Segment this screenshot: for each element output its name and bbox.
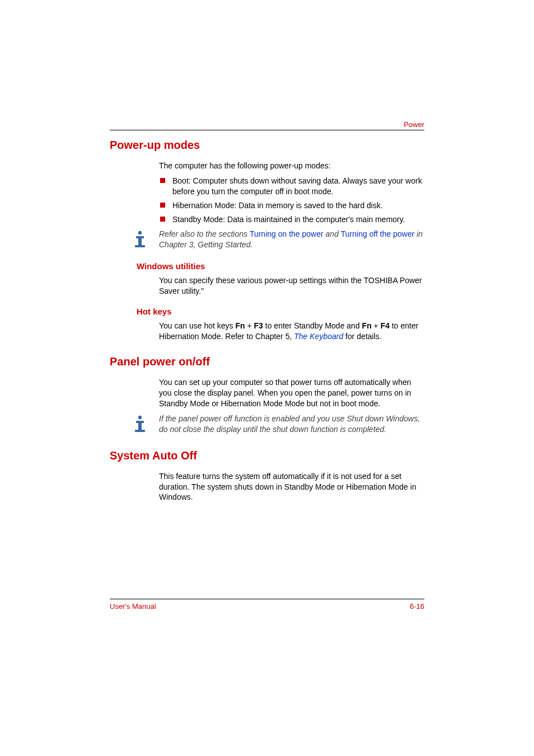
header-section-label: Power <box>404 120 424 129</box>
link-turning-on[interactable]: Turning on the power <box>250 229 324 238</box>
list-item: Standby Mode: Data is maintained in the … <box>159 214 424 225</box>
text-span: + <box>245 321 254 330</box>
powerup-intro: The computer has the following power-up … <box>159 161 424 171</box>
text-span: + <box>372 321 381 330</box>
page: Power Power-up modes The computer has th… <box>0 0 534 756</box>
windows-utilities-text: You can specify these various power-up s… <box>159 275 424 297</box>
key-f4: F4 <box>381 321 390 330</box>
footer-page-number: 6-16 <box>410 602 424 611</box>
key-f3: F3 <box>254 321 263 330</box>
footer-rule <box>110 599 424 599</box>
svg-rect-3 <box>135 245 145 247</box>
svg-point-4 <box>138 415 142 419</box>
hotkeys-text: You can use hot keys Fn + F3 to enter St… <box>159 321 424 342</box>
heading-panel-power: Panel power on/off <box>110 355 424 368</box>
header-rule <box>110 130 424 130</box>
text-span: to enter Standby Mode and <box>263 321 362 330</box>
footer-left: User's Manual <box>110 602 156 611</box>
list-item: Boot: Computer shuts down without saving… <box>159 176 424 197</box>
note-text-pre: Refer also to the sections <box>159 229 250 238</box>
content-area: Power-up modes The computer has the foll… <box>110 139 424 507</box>
key-fn: Fn <box>362 321 372 330</box>
link-the-keyboard[interactable]: The Keyboard <box>294 332 343 341</box>
list-item: Hibernation Mode: Data in memory is save… <box>159 200 424 211</box>
panel-power-text: You can set up your computer so that pow… <box>159 377 424 409</box>
text-span: You can use hot keys <box>159 321 235 330</box>
svg-rect-7 <box>135 430 145 432</box>
note-text: If the panel power off function is enabl… <box>159 414 424 435</box>
link-turning-off[interactable]: Turning off the power <box>341 229 415 238</box>
heading-hot-keys: Hot keys <box>137 307 424 316</box>
footer: User's Manual 6-16 <box>110 602 424 611</box>
heading-windows-utilities: Windows utilities <box>137 261 424 271</box>
key-fn: Fn <box>235 321 245 330</box>
heading-power-up-modes: Power-up modes <box>110 139 424 152</box>
note-text-mid: and <box>324 229 341 238</box>
svg-rect-2 <box>138 236 142 246</box>
info-icon <box>129 229 151 251</box>
svg-rect-6 <box>138 421 142 431</box>
heading-system-auto-off: System Auto Off <box>110 449 424 462</box>
text-span: for details. <box>343 332 381 341</box>
system-auto-off-text: This feature turns the system off automa… <box>159 471 424 503</box>
powerup-bullets: Boot: Computer shuts down without saving… <box>159 176 424 225</box>
note-block: If the panel power off function is enabl… <box>129 414 424 436</box>
note-block: Refer also to the sections Turning on th… <box>129 229 424 251</box>
note-text: Refer also to the sections Turning on th… <box>159 229 424 250</box>
svg-point-0 <box>138 231 142 234</box>
info-icon <box>129 414 151 436</box>
